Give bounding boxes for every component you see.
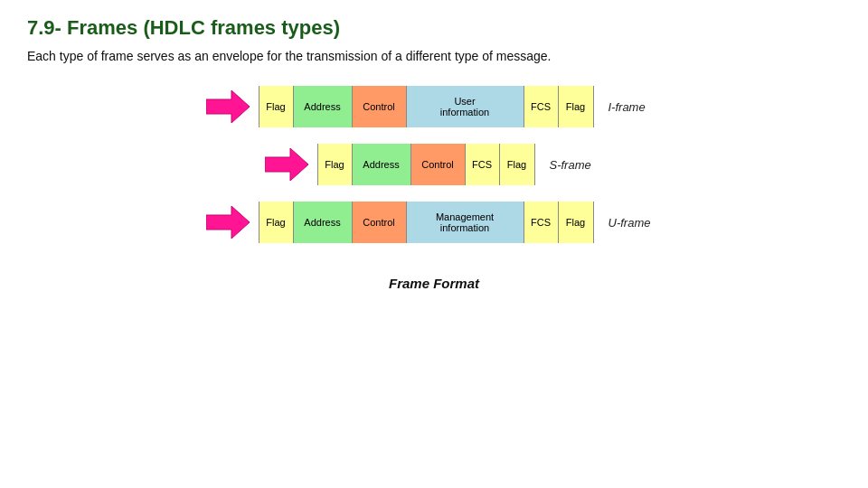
u-frame-flag2: Flag [559, 202, 593, 243]
i-frame-flag2: Flag [559, 86, 593, 127]
u-frame-address: Address [294, 202, 353, 243]
s-frame-flag1: Flag [318, 144, 353, 185]
s-frame-arrow [265, 148, 308, 181]
page-container: 7.9- Frames (HDLC frames types) Each typ… [0, 0, 868, 307]
i-frame-fcs: FCS [524, 86, 559, 127]
u-frame-control: Control [353, 202, 407, 243]
i-frame-flag1: Flag [259, 86, 294, 127]
s-frame-flag2: Flag [500, 144, 534, 185]
i-frame-label: I-frame [609, 100, 663, 114]
i-frame-arrow [206, 90, 250, 123]
i-frame-user-info: Userinformation [407, 86, 524, 127]
i-frame-control: Control [353, 86, 407, 127]
i-frame-cells: Flag Address Control Userinformation FCS… [259, 86, 594, 127]
s-frame-fcs: FCS [466, 144, 500, 185]
s-frame-row: Flag Address Control FCS Flag S-frame [265, 144, 604, 185]
u-frame-fcs: FCS [524, 202, 559, 243]
s-frame-control: Control [411, 144, 466, 185]
s-frame-cells: Flag Address Control FCS Flag [317, 144, 535, 185]
page-title: 7.9- Frames (HDLC frames types) [27, 16, 841, 40]
u-frame-label: U-frame [609, 216, 663, 230]
svg-marker-2 [206, 206, 250, 239]
page-subtitle: Each type of frame serves as an envelope… [27, 47, 841, 66]
u-frame-cells: Flag Address Control Managementinformati… [259, 202, 594, 243]
diagram-caption: Frame Format [389, 276, 479, 291]
diagram-area: Flag Address Control Userinformation FCS… [27, 86, 841, 291]
u-frame-row: Flag Address Control Managementinformati… [206, 202, 663, 243]
s-frame-label: S-frame [550, 158, 604, 172]
u-frame-flag1: Flag [259, 202, 294, 243]
i-frame-row: Flag Address Control Userinformation FCS… [206, 86, 663, 127]
i-frame-address: Address [294, 86, 353, 127]
svg-marker-0 [206, 90, 250, 123]
u-frame-arrow [206, 206, 250, 239]
svg-marker-1 [265, 148, 308, 181]
u-frame-mgmt-info: Managementinformation [407, 202, 524, 243]
s-frame-address: Address [353, 144, 411, 185]
